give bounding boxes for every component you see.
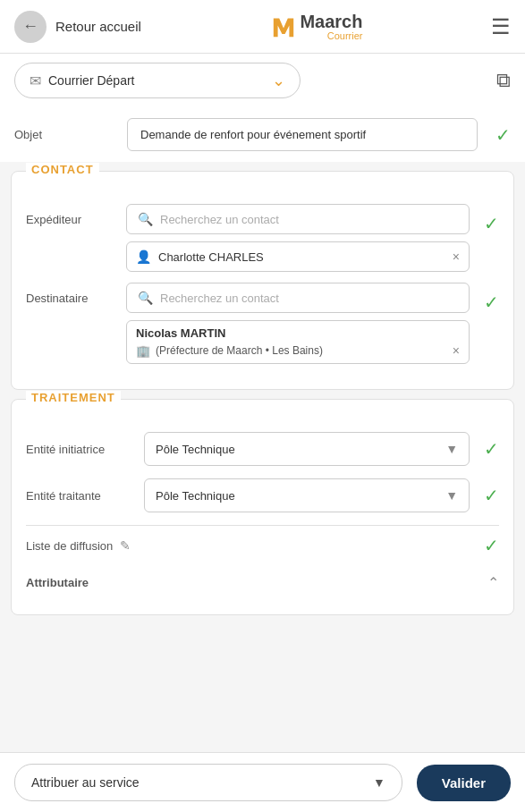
contact-section-title: CONTACT — [26, 163, 99, 176]
destinataire-search-placeholder: Recherchez un contact — [160, 292, 458, 305]
expediteur-check-icon: ✓ — [484, 204, 499, 234]
destinataire-row: Destinataire 🔍 Recherchez un contact Nic… — [26, 283, 499, 364]
search-icon-destinataire: 🔍 — [138, 291, 153, 305]
traitement-section: TRAITEMENT Entité initiatrice Pôle Techn… — [11, 399, 514, 615]
diffusion-check-icon: ✓ — [484, 535, 499, 556]
entite-traitante-dropdown[interactable]: Pôle Technique ▼ — [144, 478, 470, 512]
objet-value: Demande de renfort pour événement sporti… — [140, 128, 366, 141]
diffusion-label: Liste de diffusion ✎ — [26, 538, 131, 553]
back-arrow-icon: ← — [22, 17, 38, 36]
destinataire-org: (Préfecture de Maarch • Les Bains) — [156, 344, 447, 357]
header: ← Retour accueil Maarch Courrier ☰ — [0, 0, 525, 54]
collapse-icon[interactable]: ⌃ — [487, 574, 499, 591]
expediteur-name: Charlotte CHARLES — [158, 250, 445, 264]
entite-traitante-value: Pôle Technique — [156, 489, 235, 503]
hamburger-icon[interactable]: ☰ — [491, 14, 511, 39]
person-icon-expediteur: 👤 — [136, 250, 151, 264]
contact-content: Expéditeur 🔍 Recherchez un contact 👤 Cha… — [26, 186, 499, 364]
search-icon-expediteur: 🔍 — [138, 212, 153, 226]
destinataire-inputs: 🔍 Recherchez un contact Nicolas MARTIN 🏢… — [126, 283, 470, 364]
attribuer-dropdown[interactable]: Attribuer au service ▼ — [14, 764, 402, 801]
traitement-section-title: TRAITEMENT — [26, 391, 121, 404]
destinataire-check-icon: ✓ — [484, 283, 499, 313]
entite-traitante-arrow-icon: ▼ — [445, 488, 458, 503]
chevron-down-icon: ⌄ — [272, 71, 285, 90]
mail-icon: ✉ — [30, 72, 41, 89]
destinataire-label: Destinataire — [26, 283, 115, 305]
entite-traitante-check-icon: ✓ — [484, 485, 499, 506]
destinataire-chip: Nicolas MARTIN 🏢 (Préfecture de Maarch •… — [126, 320, 470, 364]
logo: Maarch Courrier — [269, 13, 362, 41]
header-left: ← Retour accueil — [14, 11, 141, 43]
courrier-label: Courrier Départ — [48, 73, 265, 88]
expediteur-search-box[interactable]: 🔍 Recherchez un contact — [126, 204, 470, 234]
back-label: Retour accueil — [55, 19, 141, 34]
destinataire-name: Nicolas MARTIN — [136, 326, 460, 340]
logo-text: Maarch Courrier — [300, 13, 362, 41]
entite-initiatrice-label: Entité initiatrice — [26, 443, 133, 456]
entite-traitante-row: Entité traitante Pôle Technique ▼ ✓ — [26, 478, 499, 512]
building-icon: 🏢 — [136, 344, 150, 358]
expediteur-remove-button[interactable]: × — [453, 250, 460, 264]
logo-sub: Courrier — [300, 31, 362, 41]
attributaire-row: Attributaire ⌃ — [26, 565, 499, 600]
copy-icon[interactable]: ⧉ — [496, 69, 511, 92]
courrier-bar: ✉ Courrier Départ ⌄ ⧉ — [0, 54, 525, 107]
diffusion-row: Liste de diffusion ✎ ✓ — [26, 525, 499, 565]
contact-section: CONTACT Expéditeur 🔍 Recherchez un conta… — [11, 171, 514, 390]
expediteur-row: Expéditeur 🔍 Recherchez un contact 👤 Cha… — [26, 204, 499, 272]
attributaire-label: Attributaire — [26, 576, 89, 589]
diffusion-label-text: Liste de diffusion — [26, 539, 113, 553]
objet-row: Objet Demande de renfort pour événement … — [0, 107, 525, 162]
entite-initiatrice-check-icon: ✓ — [484, 438, 499, 460]
entite-initiatrice-row: Entité initiatrice Pôle Technique ▼ ✓ — [26, 432, 499, 466]
bottom-bar: Attribuer au service ▼ Valider — [0, 752, 525, 812]
entite-initiatrice-arrow-icon: ▼ — [445, 442, 458, 456]
valider-button[interactable]: Valider — [417, 765, 511, 801]
entite-initiatrice-value: Pôle Technique — [156, 443, 235, 456]
logo-icon — [269, 13, 298, 41]
bottom-spacer — [0, 624, 525, 696]
expediteur-search-placeholder: Recherchez un contact — [160, 213, 458, 226]
traitement-content: Entité initiatrice Pôle Technique ▼ ✓ En… — [26, 414, 499, 600]
objet-input[interactable]: Demande de renfort pour événement sporti… — [127, 118, 478, 151]
attribuer-label: Attribuer au service — [31, 775, 140, 790]
attribuer-arrow-icon: ▼ — [373, 775, 385, 790]
destinataire-search-box[interactable]: 🔍 Recherchez un contact — [126, 283, 470, 313]
edit-icon[interactable]: ✎ — [120, 538, 131, 553]
objet-label: Objet — [14, 128, 113, 141]
expediteur-label: Expéditeur — [26, 204, 115, 226]
logo-main: Maarch — [300, 13, 362, 30]
destinataire-org-row: 🏢 (Préfecture de Maarch • Les Bains) × — [136, 343, 460, 358]
entite-traitante-label: Entité traitante — [26, 489, 133, 503]
courrier-dropdown[interactable]: ✉ Courrier Départ ⌄ — [14, 63, 301, 98]
expediteur-inputs: 🔍 Recherchez un contact 👤 Charlotte CHAR… — [126, 204, 470, 272]
entite-initiatrice-dropdown[interactable]: Pôle Technique ▼ — [144, 432, 470, 466]
objet-check-icon: ✓ — [495, 124, 511, 146]
expediteur-chip: 👤 Charlotte CHARLES × — [126, 241, 470, 272]
destinataire-remove-button[interactable]: × — [453, 343, 460, 358]
back-button[interactable]: ← — [14, 11, 47, 43]
